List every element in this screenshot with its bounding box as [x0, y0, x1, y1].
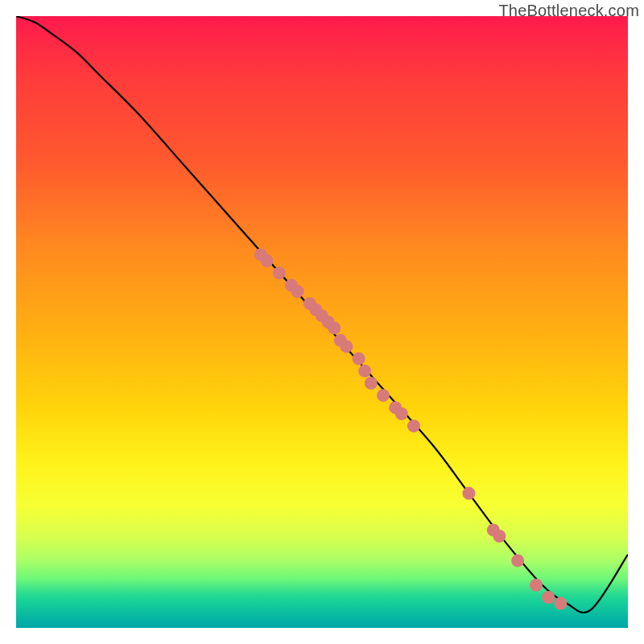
marker-dot [462, 487, 475, 500]
marker-dot [554, 597, 567, 610]
marker-dot [340, 340, 353, 353]
marker-dot [530, 579, 543, 592]
curve-svg [16, 16, 628, 628]
marker-dot [261, 254, 274, 267]
marker-dot [511, 554, 524, 567]
marker-dot [328, 322, 341, 335]
marker-dot [358, 365, 371, 378]
attribution-text: TheBottleneck.com [498, 2, 639, 20]
chart-container: TheBottleneck.com [0, 0, 644, 644]
marker-dot [291, 285, 304, 298]
marker-dot [493, 530, 506, 543]
marker-dot [395, 407, 408, 420]
marker-dot [273, 266, 286, 279]
marker-dot [365, 377, 378, 390]
marker-dot [377, 389, 390, 402]
marker-dot [542, 591, 555, 604]
marker-dot [407, 419, 420, 432]
marker-dot [353, 353, 365, 365]
marker-group [254, 248, 567, 609]
